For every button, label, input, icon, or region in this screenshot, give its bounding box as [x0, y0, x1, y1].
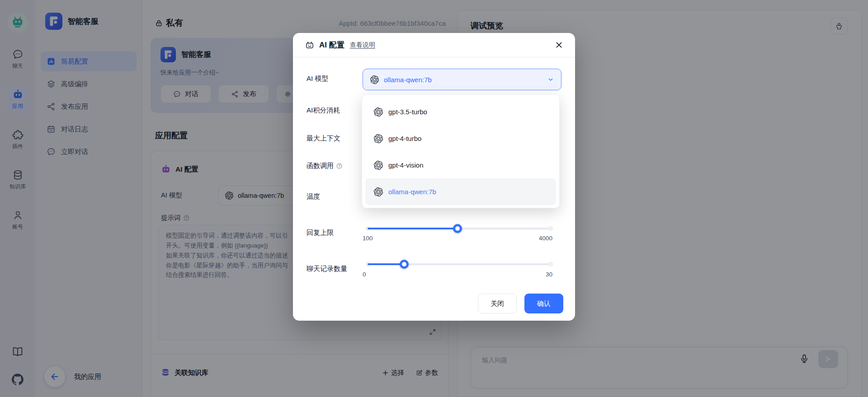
slider-max-label: 4000 [539, 235, 552, 242]
slider-max-dot [548, 226, 553, 231]
confirm-button[interactable]: 确认 [524, 294, 563, 313]
slider-fill [368, 228, 458, 229]
modal-header: AI 配置 查看说明 [293, 33, 575, 57]
slider-thumb[interactable] [400, 260, 409, 269]
model-option[interactable]: gpt-4-turbo [365, 125, 556, 152]
history-count-slider[interactable] [368, 260, 551, 269]
slider-max-dot [548, 262, 553, 266]
history-count-range: 0 30 [363, 271, 552, 278]
openai-icon [370, 75, 379, 84]
model-dropdown: gpt-3.5-turbo gpt-4-turbo gpt-4-vision o… [362, 94, 560, 208]
slider-min-label: 0 [363, 271, 366, 278]
max-context-label: 最大上下文 [307, 134, 340, 143]
model-select[interactable]: ollama-qwen:7b [363, 69, 561, 90]
chevron-down-icon [547, 76, 554, 83]
openai-icon [374, 161, 383, 170]
max-reply-range: 100 4000 [363, 235, 552, 242]
close-icon[interactable] [555, 41, 563, 49]
model-label: AI 模型 [307, 75, 328, 83]
modal-footer: 关闭 确认 [478, 294, 563, 313]
credits-label: AI积分消耗 [307, 106, 340, 115]
slider-thumb[interactable] [453, 224, 462, 233]
slider-max-label: 30 [546, 271, 552, 278]
app-screen: 聊天 应用 插件 知识库 账号 智能客服 [0, 0, 868, 397]
model-select-value: ollama-qwen:7b [384, 76, 432, 84]
max-reply-slider[interactable] [368, 224, 551, 233]
model-option[interactable]: gpt-3.5-turbo [365, 98, 556, 125]
function-call-text: 函数调用 [307, 162, 334, 170]
slider-fill [368, 263, 404, 265]
help-icon[interactable] [336, 163, 343, 169]
openai-icon [374, 107, 383, 117]
model-option[interactable]: gpt-4-vision [365, 152, 556, 178]
modal-title: AI 配置 [319, 40, 344, 50]
function-call-label: 函数调用 [307, 162, 343, 170]
model-option-label: ollama-qwen:7b [388, 188, 436, 196]
max-reply-label: 回复上限 [307, 229, 334, 237]
model-option-selected[interactable]: ollama-qwen:7b [365, 178, 556, 205]
close-button[interactable]: 关闭 [478, 294, 517, 313]
slider-min-label: 100 [363, 235, 373, 242]
model-option-label: gpt-4-vision [388, 161, 424, 169]
help-doc-link[interactable]: 查看说明 [350, 41, 375, 49]
openai-icon [374, 187, 383, 196]
temperature-label: 温度 [307, 192, 320, 201]
robot-icon [305, 40, 315, 50]
model-option-label: gpt-4-turbo [388, 135, 421, 142]
openai-icon [374, 134, 383, 143]
ai-config-modal: AI 配置 查看说明 AI 模型 ollama-qwen:7b AI积分消耗 最… [293, 33, 575, 321]
history-count-label: 聊天记录数量 [307, 265, 347, 273]
model-option-label: gpt-3.5-turbo [388, 108, 427, 116]
